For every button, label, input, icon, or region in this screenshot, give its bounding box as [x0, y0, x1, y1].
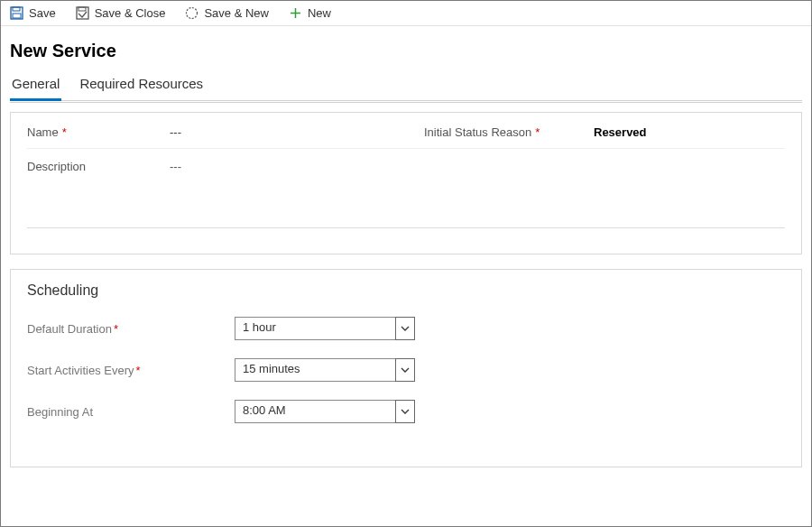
- scheduling-panel: Scheduling Default Duration* 1 hour Star…: [10, 269, 802, 467]
- beginning-at-value: 8:00 AM: [235, 400, 415, 423]
- save-new-icon: [185, 6, 198, 20]
- required-marker: *: [535, 125, 540, 139]
- new-label: New: [308, 6, 331, 20]
- description-field[interactable]: Description ---: [27, 149, 785, 173]
- required-marker: *: [114, 322, 118, 336]
- save-close-label: Save & Close: [95, 6, 166, 20]
- name-status-row: Name * --- Initial Status Reason * Reser…: [27, 125, 785, 149]
- default-duration-value: 1 hour: [235, 317, 415, 340]
- default-duration-row: Default Duration* 1 hour: [27, 317, 785, 340]
- save-label: Save: [29, 6, 56, 20]
- content: Name * --- Initial Status Reason * Reser…: [1, 103, 811, 491]
- beginning-at-select[interactable]: 8:00 AM: [235, 400, 415, 423]
- scheduling-title: Scheduling: [27, 282, 785, 299]
- start-activities-label: Start Activities Every*: [27, 364, 235, 377]
- save-button[interactable]: Save: [10, 6, 56, 20]
- page-title: New Service: [10, 41, 802, 61]
- svg-point-5: [187, 8, 198, 19]
- start-activities-select[interactable]: 15 minutes: [235, 358, 415, 382]
- default-duration-label: Default Duration*: [27, 322, 235, 336]
- toolbar: Save Save & Close Save & New New: [1, 1, 811, 26]
- plus-icon: [289, 6, 302, 20]
- description-label: Description: [27, 160, 162, 173]
- save-icon: [10, 6, 23, 20]
- required-marker: *: [135, 364, 140, 377]
- save-close-icon: [76, 6, 89, 20]
- required-marker: *: [62, 125, 67, 139]
- default-duration-select[interactable]: 1 hour: [235, 317, 415, 340]
- general-panel: Name * --- Initial Status Reason * Reser…: [10, 112, 802, 254]
- initial-status-label: Initial Status Reason *: [424, 125, 586, 139]
- divider: [27, 227, 785, 228]
- tabs: General Required Resources: [10, 70, 802, 103]
- svg-rect-2: [13, 14, 21, 18]
- new-button[interactable]: New: [289, 6, 331, 20]
- start-activities-row: Start Activities Every* 15 minutes: [27, 358, 785, 382]
- name-field[interactable]: Name * ---: [27, 125, 388, 139]
- save-close-button[interactable]: Save & Close: [76, 6, 166, 20]
- beginning-at-row: Beginning At 8:00 AM: [27, 400, 785, 423]
- tab-general[interactable]: General: [10, 70, 61, 100]
- start-activities-value: 15 minutes: [235, 358, 415, 382]
- header: New Service General Required Resources: [1, 26, 811, 103]
- beginning-at-label: Beginning At: [27, 405, 235, 419]
- name-value: ---: [162, 125, 181, 139]
- initial-status-field[interactable]: Initial Status Reason * Reserved: [424, 125, 785, 139]
- initial-status-value: Reserved: [586, 125, 647, 139]
- save-new-button[interactable]: Save & New: [185, 6, 269, 20]
- name-label: Name *: [27, 125, 162, 139]
- description-value: ---: [162, 160, 181, 173]
- tab-required-resources[interactable]: Required Resources: [78, 70, 205, 100]
- save-new-label: Save & New: [204, 6, 269, 20]
